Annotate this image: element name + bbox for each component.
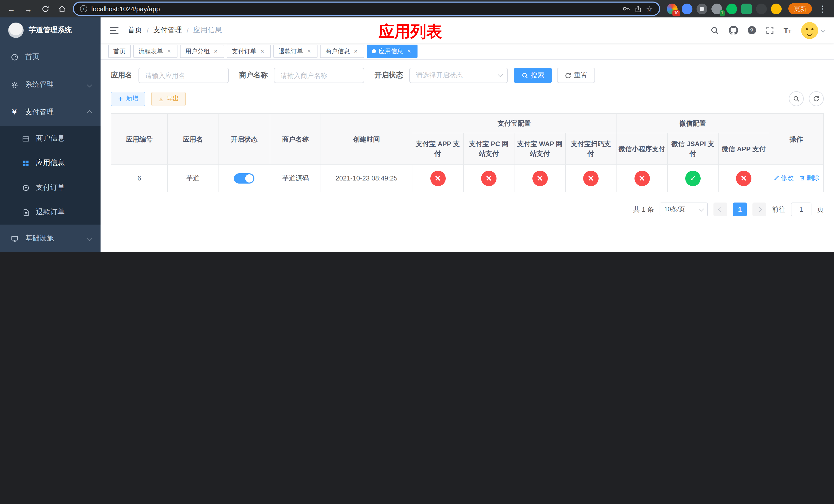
toggle-search-button[interactable]	[789, 91, 804, 106]
tab-user-group[interactable]: 用户分组	[180, 45, 224, 58]
search-icon[interactable]	[710, 26, 719, 35]
cell-alipay-wap	[514, 164, 566, 192]
app-grid-icon	[22, 159, 30, 167]
tab-merchant-info[interactable]: 商户信息	[320, 45, 364, 58]
breadcrumb-home[interactable]: 首页	[128, 26, 142, 35]
sidebar-item-payment[interactable]: 支付管理	[0, 98, 101, 126]
config-cross-icon	[736, 170, 751, 186]
user-menu[interactable]	[801, 22, 825, 39]
col-header-app-id: 应用编号	[111, 114, 168, 164]
github-icon[interactable]	[729, 26, 738, 35]
add-button[interactable]: 新增	[111, 92, 145, 106]
collapse-sidebar-icon[interactable]	[110, 27, 118, 33]
breadcrumb: 首页 / 支付管理 / 应用信息	[128, 26, 222, 35]
extension-icon-dark-2[interactable]	[756, 3, 767, 14]
cell-app-id: 6	[111, 164, 168, 192]
edit-button[interactable]: 修改	[773, 174, 794, 183]
extension-icon-wechat[interactable]	[726, 3, 737, 14]
edit-label: 修改	[781, 174, 794, 183]
status-label: 开启状态	[374, 71, 403, 80]
goto-page-input[interactable]	[791, 203, 811, 216]
page-size-value: 10条/页	[664, 205, 685, 214]
tab-pay-orders[interactable]: 支付订单	[227, 45, 271, 58]
tab-close-icon[interactable]	[352, 48, 359, 54]
help-icon[interactable]	[748, 26, 756, 35]
tab-refund-orders[interactable]: 退款订单	[273, 45, 317, 58]
bookmark-star-icon[interactable]	[646, 5, 653, 13]
cell-ops: 修改 删除	[769, 164, 824, 192]
share-icon[interactable]	[634, 5, 642, 13]
extension-icon-colorful[interactable]: 10	[667, 3, 678, 14]
payment-submenu: 商户信息 应用信息 支付订单 退款订单	[0, 126, 101, 225]
chevron-down-icon	[87, 82, 92, 87]
status-toggle[interactable]	[234, 173, 255, 183]
cell-merchant: 芋道源码	[270, 164, 321, 192]
export-button[interactable]: 导出	[151, 92, 186, 106]
extension-icon-green-square[interactable]	[741, 3, 752, 14]
delete-button[interactable]: 删除	[799, 174, 819, 183]
prev-page-button[interactable]	[714, 203, 727, 216]
config-cross-icon	[634, 170, 650, 186]
extension-icon-dark[interactable]	[697, 3, 707, 14]
col-header-status: 开启状态	[218, 114, 270, 164]
col-header-wechat-app: 微信 APP 支付	[718, 133, 769, 164]
page-number-button[interactable]: 1	[733, 203, 747, 216]
tab-close-icon[interactable]	[259, 48, 266, 54]
sidebar-item-merchant-info[interactable]: 商户信息	[0, 126, 101, 151]
address-bar[interactable]: localhost:1024/pay/app	[73, 2, 660, 16]
tab-close-icon[interactable]	[306, 48, 312, 54]
config-cross-icon	[481, 170, 497, 186]
key-icon[interactable]	[622, 5, 630, 13]
page-size-select[interactable]: 10条/页	[660, 203, 708, 216]
url-text: localhost:1024/pay/app	[91, 5, 160, 13]
extension-icon-face[interactable]	[771, 3, 782, 14]
sidebar-item-home[interactable]: 首页	[0, 43, 101, 71]
sidebar-item-system[interactable]: 系统管理	[0, 71, 101, 98]
extension-icon-gray[interactable]: 1	[711, 3, 722, 14]
tab-home[interactable]: 首页	[108, 45, 131, 58]
pen-icon	[773, 175, 780, 181]
browser-menu-button[interactable]	[816, 3, 829, 15]
home-button[interactable]	[56, 3, 68, 15]
sidebar-item-refund-orders[interactable]: 退款订单	[0, 200, 101, 225]
refresh-table-button[interactable]	[809, 91, 824, 106]
sidebar-item-pay-orders[interactable]: 支付订单	[0, 175, 101, 200]
topbar-actions: TT	[710, 22, 825, 39]
sidebar-item-infrastructure[interactable]: 基础设施	[0, 225, 101, 252]
search-icon	[793, 95, 799, 102]
update-button[interactable]: 更新	[788, 3, 812, 14]
site-info-icon[interactable]	[80, 5, 87, 12]
font-size-icon[interactable]: TT	[784, 26, 791, 35]
fullscreen-icon[interactable]	[766, 26, 774, 35]
goto-unit: 页	[817, 205, 824, 214]
tab-close-icon[interactable]	[166, 48, 172, 54]
forward-button[interactable]	[22, 3, 35, 15]
chevron-left-icon	[718, 207, 723, 212]
page-number: 1	[738, 206, 742, 213]
reset-button[interactable]: 重置	[557, 68, 595, 83]
reload-button[interactable]	[39, 3, 51, 15]
sidebar-item-label: 支付订单	[36, 183, 65, 192]
search-button[interactable]: 搜索	[514, 68, 552, 83]
back-button[interactable]	[5, 3, 18, 15]
breadcrumb-payment[interactable]: 支付管理	[153, 26, 182, 35]
col-header-alipay-app: 支付宝 APP 支付	[412, 133, 463, 164]
monitor-icon	[10, 234, 19, 243]
app-title: 芋道管理系统	[29, 26, 72, 35]
sidebar-item-app-info[interactable]: 应用信息	[0, 151, 101, 175]
sidebar-item-label: 基础设施	[25, 234, 54, 243]
merchant-name-input[interactable]	[274, 68, 364, 83]
tab-label: 流程表单	[138, 47, 163, 55]
extension-icon-blue[interactable]	[682, 3, 693, 14]
status-select[interactable]: 请选择开启状态	[409, 68, 508, 83]
app-name-input[interactable]	[138, 68, 229, 83]
breadcrumb-current: 应用信息	[193, 26, 222, 35]
extension-badge: 10	[673, 10, 680, 16]
tab-app-info[interactable]: 应用信息	[367, 45, 418, 58]
cell-wechat-mini	[616, 164, 667, 192]
next-page-button[interactable]	[752, 203, 766, 216]
tab-close-icon[interactable]	[406, 48, 412, 54]
tab-process-form[interactable]: 流程表单	[133, 45, 177, 58]
tab-close-icon[interactable]	[212, 48, 219, 54]
col-header-merchant: 商户名称	[270, 114, 321, 164]
